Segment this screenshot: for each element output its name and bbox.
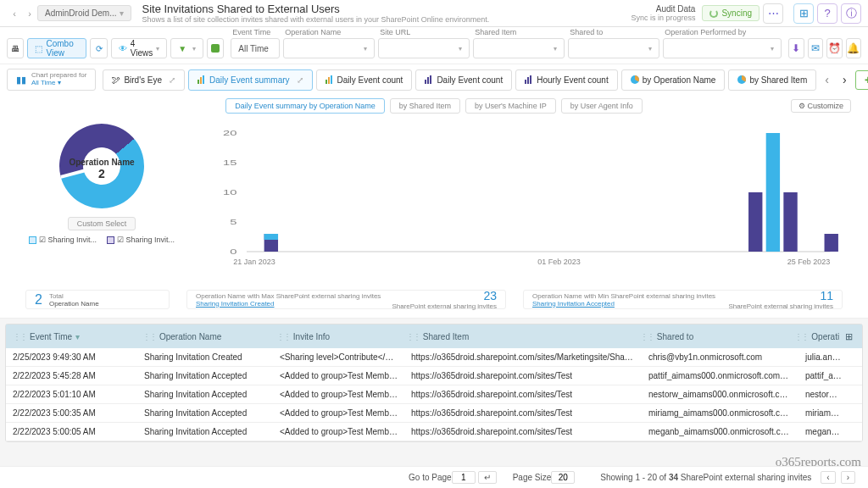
pagesize-input[interactable] [551, 471, 575, 484]
cell: nestorw_aim [798, 390, 849, 399]
operation-name-select[interactable]: ▾ [283, 38, 375, 58]
tab-prev-icon[interactable]: ‹ [820, 73, 834, 86]
cell: 2/22/2023 5:01:10 AM [6, 390, 137, 399]
info-icon[interactable]: ⓘ [841, 3, 861, 24]
col-operation-name[interactable]: ⋮⋮Operation Name [136, 332, 270, 341]
goto-label: Go to Page [409, 473, 452, 482]
more-icon[interactable]: ⋯ [763, 3, 783, 24]
shared-to-select[interactable]: ▾ [568, 38, 659, 58]
tab-daily-summary[interactable]: Daily Event summary⤢ [188, 69, 312, 91]
subtab-by-agent[interactable]: by User Agent Info [561, 98, 643, 114]
alarm-icon[interactable]: ⏰ [826, 38, 842, 58]
audit-status: Audit Data Sync is in progress [631, 4, 695, 22]
tab-by-operation[interactable]: by Operation Name [621, 69, 726, 91]
col-shared-item[interactable]: ⋮⋮Shared Item [399, 332, 633, 341]
tab-daily-count-1[interactable]: Daily Event count [316, 69, 413, 91]
mail-icon[interactable]: ✉ [808, 38, 823, 58]
col-invite-info[interactable]: ⋮⋮Invite Info [270, 332, 399, 341]
download-icon[interactable]: ⬇ [788, 38, 804, 58]
grid-footer: Go to Page ↵ Page Size Showing 1 - 20 of… [0, 466, 868, 488]
subtab-by-shared-item[interactable]: by Shared Item [390, 98, 460, 114]
svg-rect-24 [783, 192, 797, 252]
legend-item[interactable]: ☑ Sharing Invit... [107, 236, 175, 244]
views-select[interactable]: 👁4 Views▾ [111, 38, 168, 58]
event-time-select[interactable]: All Time [231, 38, 280, 58]
custom-select-button[interactable]: Custom Select [68, 217, 136, 230]
svg-rect-7 [427, 77, 429, 84]
legend-item[interactable]: ☑ Sharing Invit... [29, 236, 97, 244]
cell: chris@vby1n.onmicrosoft.com [642, 352, 798, 362]
svg-rect-21 [264, 234, 278, 240]
combo-view-button[interactable]: ⬚Combo View [27, 38, 86, 58]
table-row[interactable]: 2/22/2023 5:01:10 AMSharing Invitation A… [6, 385, 862, 404]
help-icon[interactable]: ? [817, 3, 837, 24]
col-event-time[interactable]: ⋮⋮Event Time▾ [6, 332, 136, 341]
svg-rect-8 [430, 75, 431, 84]
donut-center-label: Operation Name2 [59, 158, 144, 180]
print-button[interactable]: 🖶 [7, 38, 24, 58]
table-row[interactable]: 2/22/2023 5:00:05 AMSharing Invitation A… [6, 423, 862, 441]
page-go-button[interactable]: ↵ [478, 471, 497, 484]
stats-bar: 2 TotalOperation Name Operation Name wit… [0, 286, 868, 319]
tab-daily-count-2[interactable]: Daily Event count [415, 69, 512, 91]
bird-icon: 🕊 [112, 75, 120, 85]
shared-item-select[interactable]: ▾ [473, 38, 565, 58]
chart-area: Operation Name2 Custom Select ☑ Sharing … [0, 117, 868, 286]
cell: 2/25/2023 9:49:30 AM [6, 352, 137, 362]
col-shared-to[interactable]: ⋮⋮Shared to [633, 332, 788, 341]
bar-chart[interactable]: 05101520 21 Jan 2023 01 Feb 2023 25 Feb … [186, 120, 851, 283]
search-icon[interactable]: ⊞ [793, 3, 814, 24]
tab-hourly-count[interactable]: Hourly Event count [515, 69, 618, 91]
cell: Sharing Invitation Accepted [137, 371, 273, 380]
cell: <Added to group>Test Members</... [273, 408, 404, 418]
svg-rect-10 [527, 77, 529, 84]
donut-legend: ☑ Sharing Invit... ☑ Sharing Invit... [29, 236, 175, 244]
cell: https://o365droid.sharepoint.com/sites/T… [404, 408, 642, 418]
svg-text:0: 0 [230, 247, 236, 256]
svg-rect-9 [525, 80, 526, 84]
column-chooser-icon[interactable]: ⊞ [838, 326, 859, 347]
filter-add-button[interactable] [207, 38, 224, 58]
table-row[interactable]: 2/25/2023 9:49:30 AMSharing Invitation C… [6, 348, 862, 367]
cell: Sharing Invitation Created [137, 352, 273, 362]
svg-text:20: 20 [223, 129, 237, 137]
cell: 2/22/2023 5:00:05 AM [6, 427, 137, 436]
subtab-by-operation-name[interactable]: Daily Event summary by Operation Name [225, 98, 385, 114]
max-link[interactable]: Sharing Invitation Created [196, 300, 275, 308]
nav-back-icon[interactable]: ‹ [7, 8, 22, 19]
svg-rect-4 [328, 77, 330, 84]
svg-text:15: 15 [223, 158, 237, 167]
tab-next-icon[interactable]: › [837, 73, 852, 86]
sync-badge[interactable]: Syncing [702, 5, 760, 21]
min-link[interactable]: Sharing Invitation Accepted [532, 300, 615, 308]
sub-tab-bar: Daily Event summary by Operation Name by… [0, 95, 868, 117]
filter-label: Operation Name [283, 28, 375, 36]
col-operation-by[interactable]: ⋮⋮Operati [787, 332, 838, 341]
stat-max: Operation Name with Max SharePoint exter… [186, 290, 506, 309]
tab-by-shared-item[interactable]: by Shared Item [728, 69, 816, 91]
filter-label: Site URL [378, 28, 470, 36]
add-chart-button[interactable]: ✚ Add Chart [855, 70, 868, 90]
breadcrumb[interactable]: AdminDroid Dem...▾ [37, 5, 131, 21]
page-next-button[interactable]: › [841, 471, 855, 484]
event-time-label: Event Time [231, 28, 280, 36]
page-prev-button[interactable]: ‹ [821, 471, 835, 484]
page-subtitle: Shows a list of site collection invites … [142, 15, 631, 24]
page-input[interactable] [452, 471, 476, 484]
bell-icon[interactable]: 🔔 [846, 38, 861, 58]
refresh-button[interactable]: ⟳ [90, 38, 107, 58]
performed-by-select[interactable]: ▾ [663, 38, 782, 58]
tab-birds-eye[interactable]: 🕊Bird's Eye⤢ [103, 69, 185, 91]
chart-prep-box[interactable]: ▮▮ Chart prepared forAll Time ▾ [7, 69, 96, 91]
subtab-by-ip[interactable]: by User's Machine IP [465, 98, 556, 114]
cell: Sharing Invitation Accepted [137, 427, 273, 436]
table-row[interactable]: 2/22/2023 5:00:35 AMSharing Invitation A… [6, 404, 862, 423]
customize-button[interactable]: ⚙ Customize [791, 99, 851, 113]
spinner-icon [709, 9, 718, 18]
svg-text:5: 5 [230, 218, 236, 226]
filter-button[interactable]: ▼▾ [170, 38, 203, 58]
cell: Sharing Invitation Accepted [137, 390, 273, 399]
site-url-select[interactable]: ▾ [378, 38, 470, 58]
table-row[interactable]: 2/22/2023 5:45:28 AMSharing Invitation A… [6, 367, 862, 385]
nav-fwd-icon[interactable]: › [22, 8, 37, 19]
